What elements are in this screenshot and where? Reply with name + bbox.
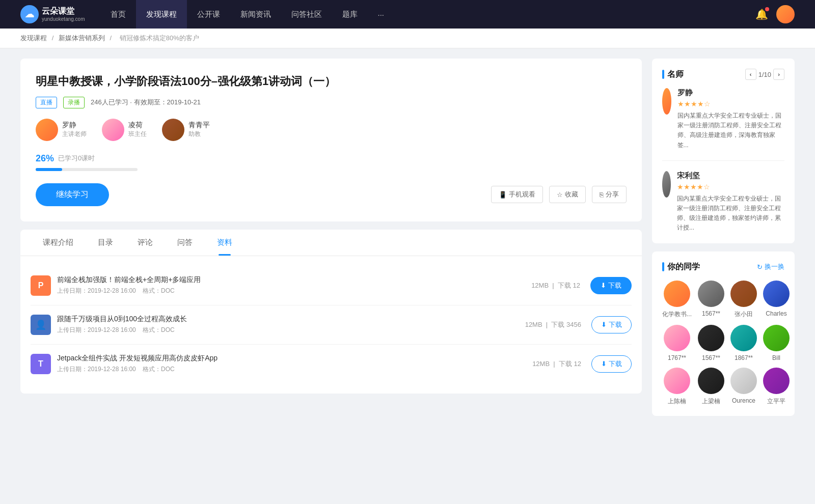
tab-resources[interactable]: 资料 <box>205 230 244 256</box>
classmate-9[interactable]: 上陈楠 <box>662 368 692 406</box>
file-name-1: 前端全栈加强版！前端全栈+全周期+多端应用 <box>57 275 531 285</box>
file-item-2: 👤 跟随千万级项目从0到100全过程高效成长 上传日期：2019-12-28 1… <box>31 305 632 345</box>
teachers-pagination: ‹ 1/10 › <box>745 69 784 80</box>
tab-review[interactable]: 评论 <box>125 230 165 256</box>
classmate-name-11: Ourence <box>732 397 755 404</box>
user-avatar[interactable] <box>776 5 795 23</box>
breadcrumb: 发现课程 / 新媒体营销系列 / 销冠修炼术搞定80%的客户 <box>0 29 815 48</box>
nav-exam[interactable]: 题库 <box>332 0 368 29</box>
classmate-12[interactable]: 立平平 <box>763 368 790 406</box>
nav-discover[interactable]: 发现课程 <box>136 0 187 29</box>
share-icon: ⎘ <box>600 191 604 199</box>
file-item-3: T Jetpack全组件实战 开发短视频应用高仿皮皮虾App 上传日期：2019… <box>31 345 632 383</box>
nav-qa[interactable]: 问答社区 <box>281 0 332 29</box>
file-stats-1: 12MB | 下载 12 <box>531 281 580 290</box>
sidebar-teacher-name-song: 宋利坚 <box>677 171 784 181</box>
classmate-10[interactable]: 上梁楠 <box>698 368 724 406</box>
teachers-panel-title: 名师 <box>662 69 684 80</box>
mobile-watch-button[interactable]: 📱 手机观看 <box>491 186 543 203</box>
sidebar-teacher-song: 宋利坚 ★★★★☆ 国内某重点大学安全工程专业硕士，国家一级注册消防工程师、注册… <box>662 171 784 233</box>
logo[interactable]: ☁ 云朵课堂 yunduoketang.com <box>20 5 85 23</box>
collect-button[interactable]: ☆ 收藏 <box>549 186 586 203</box>
tab-catalog[interactable]: 目录 <box>86 230 125 256</box>
main-content: 明星中教授课，小学阶段语法100分–强化级第1讲动词（一） 直播 录播 246人… <box>0 48 815 434</box>
classmate-6[interactable]: 1567** <box>698 325 724 361</box>
classmate-name-7: 1867** <box>735 354 753 361</box>
tab-qa[interactable]: 问答 <box>165 230 205 256</box>
file-icon-1: P <box>31 275 51 296</box>
teachers-page: 1/10 <box>758 71 771 78</box>
classmate-1[interactable]: 化学教书... <box>662 281 692 319</box>
teacher-name-ling: 凌荷 <box>128 121 147 130</box>
download-button-1[interactable]: ⬇ 下载 <box>590 277 632 294</box>
classmate-name-8: Bill <box>772 354 780 361</box>
action-buttons: 📱 手机观看 ☆ 收藏 ⎘ 分享 <box>491 186 627 203</box>
classmate-avatar-9 <box>664 368 690 394</box>
classmate-name-3: 张小田 <box>735 310 753 319</box>
classmates-panel: 你的同学 ↻ 换一换 化学教书... 1567** 张小田 <box>652 251 795 416</box>
classmate-8[interactable]: Bill <box>763 325 790 361</box>
download-icon-2: ⬇ <box>601 321 607 328</box>
classmate-4[interactable]: Charles <box>763 281 790 319</box>
notification-bell[interactable]: 🔔 <box>755 8 768 20</box>
teachers-panel: 名师 ‹ 1/10 › 罗静 ★★★★☆ 国内某重点大学安全工程专业硕士，国家一… <box>652 59 795 243</box>
teacher-avatar-ling <box>102 119 124 141</box>
classmate-name-9: 上陈楠 <box>668 397 686 406</box>
classmates-panel-title: 你的同学 <box>662 262 700 272</box>
right-panel: 名师 ‹ 1/10 › 罗静 ★★★★☆ 国内某重点大学安全工程专业硕士，国家一… <box>652 59 795 424</box>
classmate-11[interactable]: Ourence <box>730 368 757 406</box>
prev-teacher-button[interactable]: ‹ <box>745 69 756 80</box>
sidebar-teacher-name-luo: 罗静 <box>677 88 784 98</box>
classmates-grid: 化学教书... 1567** 张小田 Charles 1767** <box>662 281 784 406</box>
download-button-2[interactable]: ⬇ 下载 <box>591 316 632 333</box>
classmate-name-4: Charles <box>766 310 786 317</box>
continue-button[interactable]: 继续学习 <box>36 183 109 206</box>
nav-right: 🔔 <box>755 5 795 23</box>
teacher-qing: 青青平 助教 <box>162 119 210 141</box>
classmate-name-2: 1567** <box>702 310 720 317</box>
next-teacher-button[interactable]: › <box>773 69 784 80</box>
mobile-icon: 📱 <box>499 191 507 199</box>
nav-home[interactable]: 首页 <box>100 0 136 29</box>
refresh-classmates-button[interactable]: ↻ 换一换 <box>757 262 784 271</box>
sidebar-desc-song: 国内某重点大学安全工程专业硕士，国家一级注册消防工程师、注册安全工程师、级注册建… <box>677 194 784 233</box>
breadcrumb-discover[interactable]: 发现课程 <box>20 34 47 42</box>
classmate-name-5: 1767** <box>668 354 686 361</box>
nav-links: 首页 发现课程 公开课 新闻资讯 问答社区 题库 ··· <box>100 0 755 29</box>
classmate-name-1: 化学教书... <box>662 310 692 319</box>
teacher-luo: 罗静 主讲老师 <box>36 119 87 141</box>
course-title: 明星中教授课，小学阶段语法100分–强化级第1讲动词（一） <box>36 74 627 90</box>
teacher-avatar-qing <box>162 119 184 141</box>
sidebar-avatar-luo <box>662 88 671 115</box>
classmate-5[interactable]: 1767** <box>662 325 692 361</box>
star-icon: ☆ <box>557 191 563 199</box>
classmate-avatar-11 <box>730 368 757 394</box>
tabs-card: 课程介绍 目录 评论 问答 资料 P 前端全栈加强版！前端全栈+全周期+多端应用… <box>20 230 642 394</box>
breadcrumb-series[interactable]: 新媒体营销系列 <box>59 34 105 42</box>
navbar: ☁ 云朵课堂 yunduoketang.com 首页 发现课程 公开课 新闻资讯… <box>0 0 815 29</box>
file-name-3: Jetpack全组件实战 开发短视频应用高仿皮皮虾App <box>57 354 532 363</box>
logo-icon: ☁ <box>20 5 39 23</box>
tab-intro[interactable]: 课程介绍 <box>31 230 86 256</box>
progress-label: 已学习0课时 <box>58 154 95 163</box>
classmate-7[interactable]: 1867** <box>730 325 757 361</box>
classmate-avatar-5 <box>664 325 690 351</box>
sidebar-teacher-luo: 罗静 ★★★★☆ 国内某重点大学安全工程专业硕士，国家一级注册消防工程师、注册安… <box>662 88 784 161</box>
share-button[interactable]: ⎘ 分享 <box>592 186 627 203</box>
file-meta-3: 上传日期：2019-12-28 16:00 格式：DOC <box>57 365 532 374</box>
file-icon-2: 👤 <box>31 315 51 335</box>
nav-more[interactable]: ··· <box>368 0 395 29</box>
notification-dot <box>765 7 769 11</box>
classmate-3[interactable]: 张小田 <box>730 281 757 319</box>
refresh-icon: ↻ <box>757 263 763 271</box>
classmate-2[interactable]: 1567** <box>698 281 724 319</box>
sidebar-avatar-song <box>662 171 671 198</box>
left-panel: 明星中教授课，小学阶段语法100分–强化级第1讲动词（一） 直播 录播 246人… <box>20 59 642 424</box>
teacher-role-ling: 班主任 <box>128 130 147 138</box>
classmate-name-12: 立平平 <box>767 397 785 406</box>
nav-public[interactable]: 公开课 <box>187 0 230 29</box>
download-button-3[interactable]: ⬇ 下载 <box>591 355 632 373</box>
progress-bar-fill <box>36 168 62 171</box>
nav-news[interactable]: 新闻资讯 <box>230 0 281 29</box>
file-stats-2: 12MB | 下载 3456 <box>525 320 581 329</box>
